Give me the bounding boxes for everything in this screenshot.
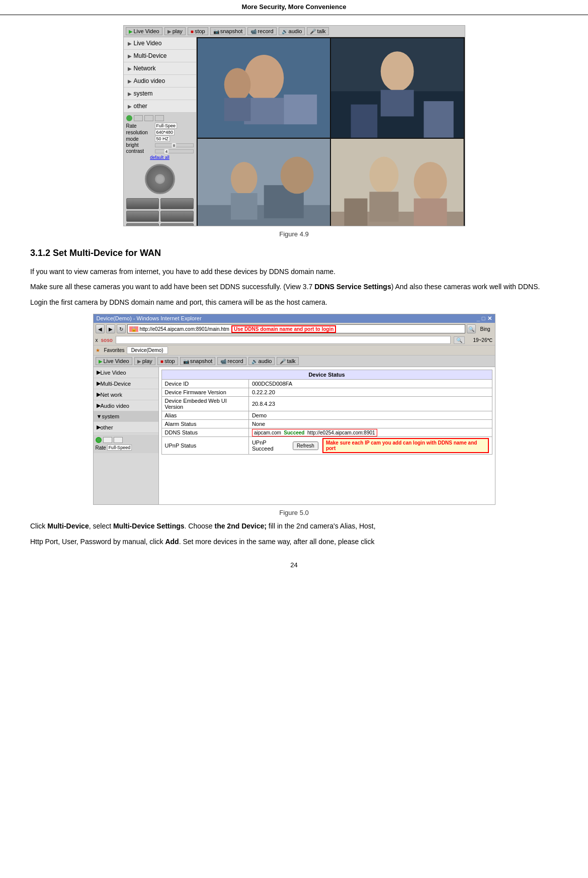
nav-multi-device[interactable]: ▶ Multi-Device [124, 50, 196, 62]
field-device-id: Device ID [161, 380, 248, 388]
nav-audio-video[interactable]: ▶ Audio video [124, 75, 196, 87]
talk-btn[interactable]: 🎤 talk [307, 27, 328, 35]
arrow-icon: ▶ [128, 91, 132, 97]
device-status-table: Device Status Device ID 000DC5D008FA Dev… [161, 370, 492, 455]
cam-nav-multi-device[interactable]: ▶ Multi-Device [94, 378, 158, 389]
browser-close-btn[interactable]: ✕ [487, 315, 492, 322]
svg-rect-23 [414, 198, 447, 226]
svg-rect-9 [381, 90, 414, 117]
stop-btn[interactable]: ■ stop [188, 27, 208, 35]
rate-select-2[interactable]: Full-Speed [107, 445, 132, 451]
figure-5-0-caption: Figure 5.0 [279, 509, 309, 516]
browser-second-toolbar: x soso 🔍 19~26℃ [94, 335, 495, 345]
record-icon: 📹 [250, 29, 257, 34]
back-btn[interactable]: ◀ [96, 324, 105, 333]
table-row: DDNS Status aipcam.com Succeed http://e0… [161, 428, 492, 437]
mode-select[interactable]: 50 HZ [155, 136, 171, 142]
record-btn[interactable]: 📹 record [247, 27, 276, 35]
contrast-control: contrast 4 [126, 148, 194, 154]
browser-maximize-btn[interactable]: □ [482, 315, 485, 322]
x-btn[interactable]: x [96, 337, 98, 343]
nav-other[interactable]: ▶ other [124, 100, 196, 113]
live-video-btn[interactable]: ▶ Live Video [126, 27, 162, 35]
audio-btn-2[interactable]: 🔊 audio [248, 357, 275, 365]
field-alarm: Alarm Status [161, 420, 248, 428]
browser-titlebar: Device(Demo) - Windows Internet Explorer… [94, 314, 495, 323]
rate-select[interactable]: Full-Spee [155, 123, 178, 129]
talk-icon-2: 🎤 [280, 359, 286, 364]
ctrl-btn-2[interactable] [160, 198, 194, 209]
cam-radio-dot [96, 437, 102, 443]
cam-toolbar-2: ▶ Live Video ▶ play ■ stop 📷 snapshot [94, 356, 495, 367]
snapshot-btn-2[interactable]: 📷 snapshot [180, 357, 216, 365]
live-video-btn-2[interactable]: ▶ Live Video [96, 357, 132, 365]
soso-search-btn[interactable]: 🔍 [454, 336, 465, 344]
cam-toolbar: ▶ Live Video ▶ play ■ stop 📷 snapshot [124, 26, 465, 37]
arrow-icon: ▶ [128, 66, 132, 71]
stop-btn-2[interactable]: ■ stop [157, 357, 178, 365]
value-ddns: aipcam.com Succeed http://e0254.aipcam.c… [248, 428, 492, 437]
resolution-control: resolution 640*480 [126, 129, 194, 135]
audio-icon-2: 🔊 [251, 359, 258, 364]
soso-searchbar[interactable] [116, 336, 451, 344]
refresh-browser-btn[interactable]: ↻ [117, 324, 126, 333]
value-device-id: 000DC5D008FA [248, 380, 492, 388]
default-all-link[interactable]: default all [126, 155, 194, 160]
ctrl-btn-1[interactable] [126, 198, 159, 209]
arrow-icon: ▶ [97, 402, 101, 409]
svg-rect-5 [284, 95, 317, 124]
fav-tab-device[interactable]: Device(Demo) [127, 346, 168, 354]
table-row: UPnP Status UPnP Succeed Refresh Make su… [161, 437, 492, 455]
figure-5-0-container: Device(Demo) - Windows Internet Explorer… [30, 314, 558, 516]
play-btn[interactable]: ▶ play [164, 27, 186, 35]
arrow-icon: ▶ [97, 369, 101, 376]
record-btn-2[interactable]: 📹 record [217, 357, 246, 365]
forward-btn[interactable]: ▶ [106, 324, 115, 333]
table-row: Alias Demo [161, 411, 492, 420]
play-icon-4: ▶ [137, 359, 141, 364]
svg-point-14 [230, 162, 257, 195]
address-bar[interactable]: 🔒 http://e0254.aipcam.com:8901/main.htm … [127, 324, 466, 333]
arrow-icon: ▶ [128, 104, 132, 109]
search-btn[interactable]: 🔍 [467, 324, 476, 333]
play-btn-2[interactable]: ▶ play [134, 357, 155, 365]
browser-toolbar: ◀ ▶ ↻ 🔒 http://e0254.aipcam.com:8901/mai… [94, 323, 495, 335]
cam-nav-system[interactable]: ▼ system [94, 411, 158, 422]
refresh-device-btn[interactable]: Refresh [293, 442, 318, 450]
page-header: More Security, More Convenience [0, 0, 588, 15]
nav-network[interactable]: ▶ Network [124, 62, 196, 75]
ctrl-btn-6[interactable] [160, 223, 194, 226]
rate-control: Rate Full-Spee [126, 123, 194, 129]
figure-4-9-caption: Figure 4.9 [279, 230, 309, 238]
cam-nav-audio-video[interactable]: ▶ Audio video [94, 400, 158, 411]
device-status-area: Device Status Device ID 000DC5D008FA Dev… [159, 367, 495, 504]
ctrl-btn-3[interactable] [126, 211, 159, 222]
value-webui: 20.8.4.23 [248, 397, 492, 411]
joystick[interactable] [145, 164, 175, 194]
cam-nav-other[interactable]: ▶ other [94, 422, 158, 433]
mode-control: mode 50 HZ [126, 136, 194, 142]
svg-rect-15 [230, 193, 257, 220]
resolution-select[interactable]: 640*480 [155, 129, 175, 135]
stop-icon-2: ■ [160, 359, 163, 364]
nav-live-video[interactable]: ▶ Live Video [124, 37, 196, 50]
svg-point-20 [369, 156, 398, 194]
nav-system[interactable]: ▶ system [124, 87, 196, 100]
cam-ctrl-1 [103, 437, 112, 443]
svg-point-8 [381, 51, 414, 91]
ctrl-btn-5[interactable] [126, 223, 159, 226]
talk-btn-2[interactable]: 🎤 talk [277, 357, 298, 365]
cam-nav-network[interactable]: ▶ Net work [94, 389, 158, 400]
svg-rect-4 [224, 98, 250, 121]
svg-point-3 [224, 68, 250, 101]
snapshot-btn[interactable]: 📷 snapshot [210, 27, 246, 35]
cam-nav-live-video[interactable]: ▶ Live Video [94, 367, 158, 378]
ctrl-btn-4[interactable] [160, 211, 194, 222]
table-row: Alarm Status None [161, 420, 492, 428]
rate-label-2: Rate [96, 445, 106, 451]
audio-btn[interactable]: 🔊 audio [279, 27, 305, 35]
device-status-title: Device Status [161, 370, 492, 380]
browser-minimize-btn[interactable]: _ [477, 315, 480, 322]
svg-point-1 [244, 55, 284, 101]
value-upnp: UPnP Succeed Refresh Make sure each IP c… [248, 437, 492, 455]
